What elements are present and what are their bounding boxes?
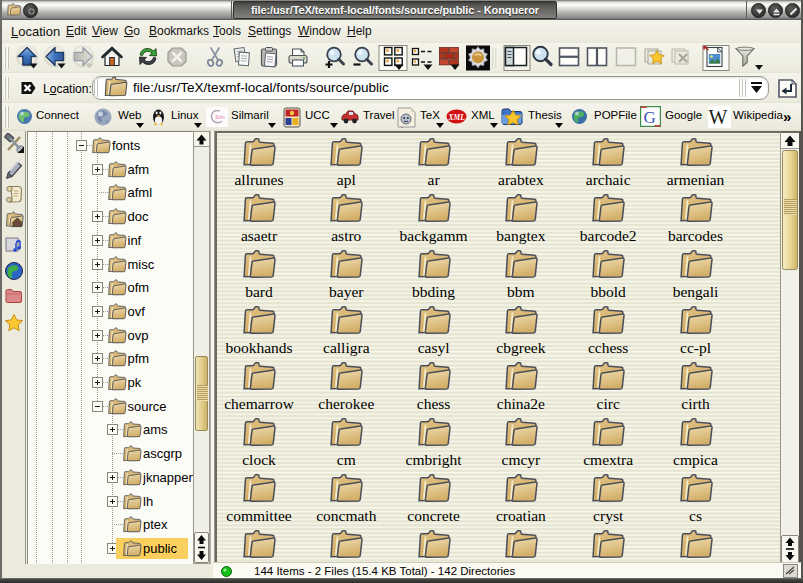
svg-text:XML: XML [448, 113, 466, 122]
svg-text:G: G [644, 108, 656, 127]
svg-text:W: W [709, 106, 728, 128]
svg-text:Silm: Silm [215, 114, 225, 120]
